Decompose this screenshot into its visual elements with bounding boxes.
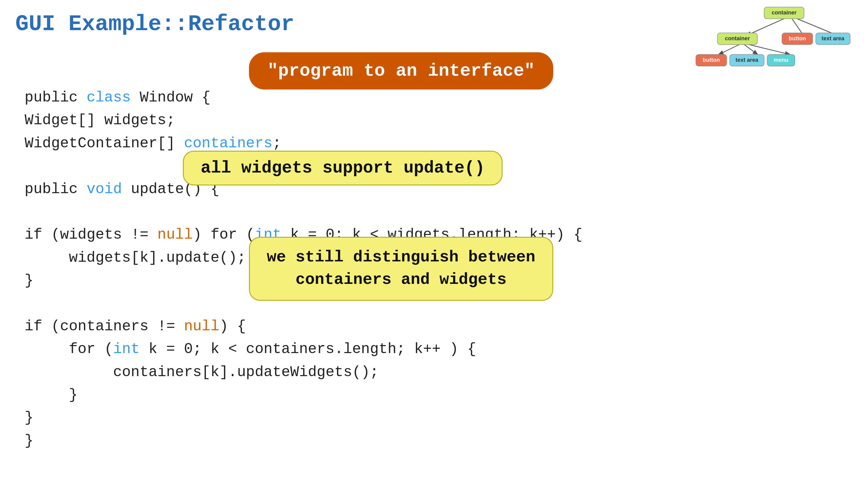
- code-line-14: }: [25, 406, 583, 429]
- code-line-2: Widget[] widgets;: [25, 109, 583, 132]
- callout-distinguish-containers: we still distinguish between containers …: [249, 237, 553, 301]
- code-line-blank2: [25, 201, 583, 223]
- svg-text:menu: menu: [774, 57, 788, 63]
- code-line-1: public class Window {: [25, 86, 583, 109]
- callout-all-widgets-update: all widgets support update(): [183, 151, 502, 185]
- svg-line-4: [744, 44, 757, 54]
- svg-line-3: [719, 44, 740, 54]
- svg-text:container: container: [725, 35, 750, 41]
- svg-text:button: button: [789, 35, 806, 41]
- code-line-12: containers[k].updateWidgets();: [25, 361, 583, 383]
- svg-text:text area: text area: [822, 35, 845, 41]
- code-line-13: }: [25, 383, 583, 406]
- svg-line-5: [747, 44, 789, 54]
- callout-bottom-line1: we still distinguish between: [267, 248, 535, 266]
- svg-text:container: container: [772, 9, 796, 16]
- callout-bottom-line2: containers and widgets: [296, 271, 507, 289]
- svg-text:button: button: [703, 57, 720, 63]
- code-line-10: if (containers != null) {: [25, 315, 583, 338]
- svg-text:text area: text area: [736, 57, 758, 63]
- code-line-15: }: [25, 429, 583, 452]
- tree-diagram: container container button text area but…: [693, 5, 852, 82]
- slide-title: GUI Example::Refactor: [16, 12, 294, 37]
- code-line-11: for (int k = 0; k < containers.length; k…: [25, 338, 583, 361]
- callout-program-to-interface: "program to an interface": [249, 52, 553, 89]
